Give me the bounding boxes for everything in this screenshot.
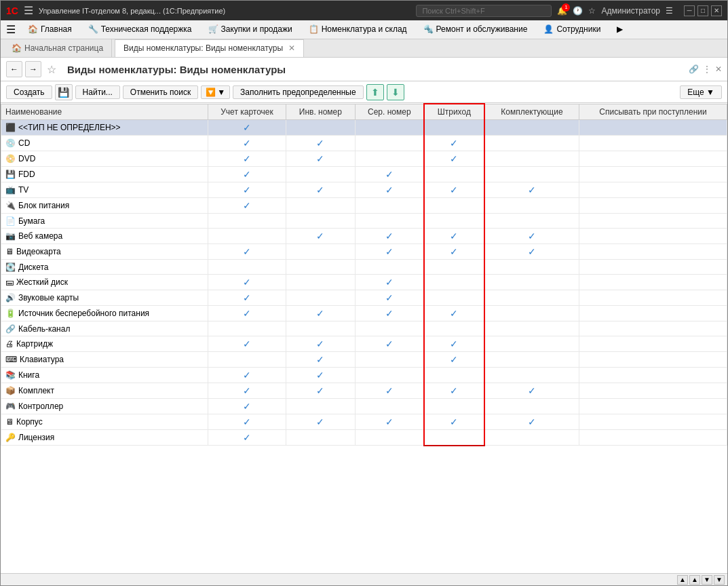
history-icon[interactable]: 🕐 (573, 6, 583, 16)
menu-repair-label: Ремонт и обслуживание (436, 24, 528, 34)
cell-barcode: ✓ (424, 352, 484, 368)
menu-staff[interactable]: 👤 Сотрудники (537, 22, 607, 37)
menu-nomenclature[interactable]: 📋 Номенклатура и склад (302, 22, 414, 37)
cell-writeoff (579, 336, 727, 352)
check-icon: ✓ (243, 200, 251, 211)
more-button[interactable]: Еще ▼ (680, 85, 722, 99)
cell-accounting: ✓ (208, 167, 286, 182)
tab-nomenclature-types[interactable]: Виды номенклатуры: Виды номенклатуры ✕ (115, 39, 304, 57)
hamburger-icon[interactable]: ☰ (6, 23, 16, 36)
tab-home-label: Начальная страница (24, 43, 103, 53)
table-row[interactable]: 💽Дискета (1, 260, 727, 275)
table-row[interactable]: 📚Книга✓✓ (1, 368, 727, 383)
global-search-input[interactable] (416, 5, 552, 17)
menu-purchases[interactable]: 🛒 Закупки и продажи (202, 22, 299, 37)
row-icon: 🔊 (5, 293, 16, 302)
menu-purchases-label: Закупки и продажи (221, 24, 292, 34)
row-icon: 📷 (5, 231, 16, 241)
table-row[interactable]: 🖥Видеокарта✓✓✓✓ (1, 244, 727, 260)
col-barcode-header: Штриход (424, 104, 484, 120)
table-row[interactable]: 🔊Звуковые карты✓✓ (1, 290, 727, 306)
row-icon: 🔗 (5, 324, 16, 334)
check-icon: ✓ (243, 432, 251, 443)
check-icon: ✓ (316, 138, 324, 149)
table-row[interactable]: 💿CD✓✓✓ (1, 136, 727, 151)
tab-close-icon[interactable]: ✕ (288, 43, 295, 53)
scroll-top-button[interactable]: ▲ (677, 575, 688, 585)
cell-ser: ✓ (355, 229, 424, 244)
more-icon[interactable]: ⋮ (703, 64, 711, 74)
favorites-icon[interactable]: ☆ (588, 6, 596, 16)
cell-ser (355, 321, 424, 336)
notifications-button[interactable]: 🔔 1 (557, 6, 567, 16)
app-logo: 1С (6, 5, 18, 16)
table-row[interactable]: 📺TV✓✓✓✓✓ (1, 182, 727, 198)
check-icon: ✓ (385, 338, 394, 349)
row-icon: 🖴 (5, 277, 14, 287)
check-icon: ✓ (316, 354, 324, 365)
create-button[interactable]: Создать (6, 85, 52, 99)
menu-repair[interactable]: 🔩 Ремонт и обслуживание (417, 22, 535, 37)
check-icon: ✓ (243, 184, 251, 195)
scroll-bottom-button[interactable]: ▼ (714, 575, 725, 585)
cell-inv (286, 120, 356, 136)
check-icon: ✓ (450, 354, 458, 365)
table-row[interactable]: 📀DVD✓✓✓ (1, 151, 727, 167)
fill-button[interactable]: Заполнить предопределенные (233, 85, 364, 99)
table-row[interactable]: 🔑Лицензия✓ (1, 430, 727, 446)
table-row[interactable]: 🖥Корпус✓✓✓✓✓ (1, 414, 727, 430)
table-row[interactable]: 📄Бумага (1, 214, 727, 229)
menu-support[interactable]: 🔧 Техническая поддержка (81, 22, 199, 37)
menu-home[interactable]: 🏠 Главная (21, 22, 79, 37)
toolbar-close-icon[interactable]: ✕ (715, 64, 722, 74)
save-icon-button[interactable]: 💾 (55, 84, 73, 100)
cell-name: 🎮Контроллер (1, 399, 208, 414)
bookmark-icon[interactable]: ☆ (47, 63, 56, 76)
page-title: Виды номенклатуры: Виды номенклатуры (67, 64, 686, 75)
window-controls: ─ □ ✕ (684, 5, 722, 16)
close-button[interactable]: ✕ (711, 5, 722, 16)
home-tab-icon: 🏠 (12, 43, 22, 53)
cell-accounting (208, 214, 286, 229)
cell-writeoff (579, 368, 727, 383)
table-row[interactable]: 📦Комплект✓✓✓✓✓ (1, 383, 727, 399)
table-container[interactable]: Наименование Учет карточек Инв. номер Се… (1, 103, 727, 573)
user-menu-icon[interactable]: ☰ (666, 6, 673, 16)
table-row[interactable]: 💾FDD✓✓ (1, 167, 727, 182)
nomenclature-table: Наименование Учет карточек Инв. номер Се… (1, 103, 727, 446)
back-button[interactable]: ← (6, 61, 22, 77)
cell-kit (484, 136, 579, 151)
scroll-up-button[interactable]: ▲ (689, 575, 700, 585)
cancel-search-button[interactable]: Отменить поиск (123, 85, 198, 99)
link-icon[interactable]: 🔗 (689, 64, 699, 74)
check-icon: ✓ (243, 277, 251, 288)
cell-name: 💾FDD (1, 167, 208, 182)
menu-more[interactable]: ▶ (610, 22, 630, 37)
filter-dropdown[interactable]: 🔽 ▼ (201, 85, 230, 99)
cell-name: ⬛<<ТИП НЕ ОПРЕДЕЛЕН>> (1, 120, 208, 136)
upload-button[interactable]: ⬆ (366, 84, 384, 100)
maximize-button[interactable]: □ (697, 5, 708, 16)
cell-ser (355, 352, 424, 368)
table-row[interactable]: ⌨Клавиатура✓✓ (1, 352, 727, 368)
table-row[interactable]: 🔗Кабель-канал (1, 321, 727, 336)
table-row[interactable]: 🔋Источник бесперебойного питания✓✓✓✓ (1, 306, 727, 321)
table-row[interactable]: 📷Веб камера✓✓✓✓ (1, 229, 727, 244)
cell-inv (286, 198, 356, 214)
minimize-button[interactable]: ─ (684, 5, 695, 16)
repair-icon: 🔩 (423, 24, 434, 34)
find-button[interactable]: Найти... (75, 85, 120, 99)
forward-button[interactable]: → (25, 61, 41, 77)
scroll-down-button[interactable]: ▼ (702, 575, 712, 585)
table-row[interactable]: 🖴Жесткий диск✓✓ (1, 275, 727, 290)
cell-writeoff (579, 383, 727, 399)
table-row[interactable]: 🎮Контроллер✓ (1, 399, 727, 414)
download-button[interactable]: ⬇ (387, 84, 404, 100)
tab-home[interactable]: 🏠 Начальная страница (3, 39, 112, 57)
cell-accounting (208, 321, 286, 336)
table-row[interactable]: 🖨Картридж✓✓✓✓ (1, 336, 727, 352)
cell-writeoff (579, 321, 727, 336)
table-row[interactable]: 🔌Блок питания✓ (1, 198, 727, 214)
table-row[interactable]: ⬛<<ТИП НЕ ОПРЕДЕЛЕН>>✓ (1, 120, 727, 136)
menu-toggle-icon[interactable]: ☰ (24, 4, 33, 17)
